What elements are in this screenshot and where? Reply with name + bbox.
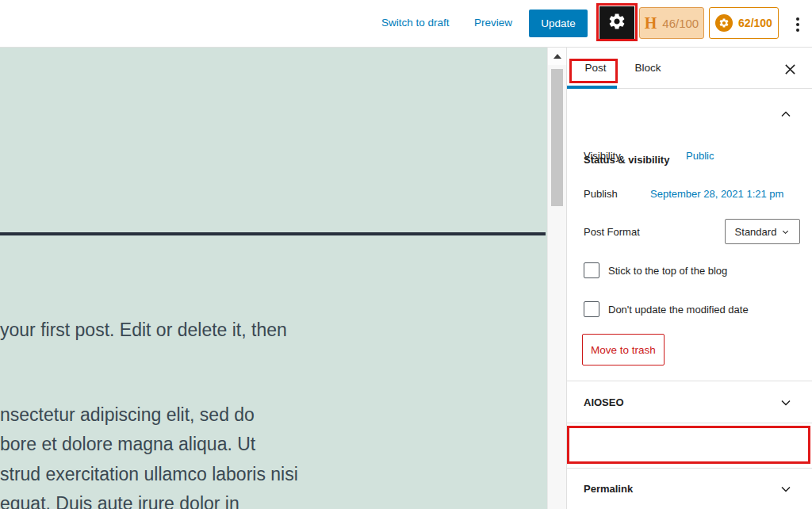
close-icon <box>784 63 796 75</box>
headline-analyzer-badge[interactable]: H 46/100 <box>639 7 704 39</box>
headline-h-icon: H <box>645 14 657 33</box>
editor-canvas[interactable]: your first post. Edit or delete it, then… <box>0 48 547 509</box>
chevron-down-icon <box>781 228 790 236</box>
wordpress-block-editor: Switch to draft Preview Update H 46/100 … <box>0 0 812 509</box>
scroll-up-icon <box>553 54 561 59</box>
active-tab-indicator <box>567 86 617 89</box>
aioseo-panel-title[interactable]: AIOSEO <box>584 396 624 408</box>
tab-post[interactable]: Post <box>573 48 618 89</box>
preview-link[interactable]: Preview <box>474 17 512 29</box>
publish-date-link[interactable]: September 28, 2021 1:21 pm <box>650 188 783 200</box>
sticky-checkbox[interactable] <box>584 262 599 278</box>
headline-score: 46/100 <box>662 17 699 30</box>
gear-icon <box>607 12 626 34</box>
header-divider-line <box>0 232 546 235</box>
more-options-button[interactable] <box>793 13 802 36</box>
chevron-down-icon[interactable] <box>778 395 794 411</box>
paragraph-line: bore et dolore magna aliqua. Ut <box>0 430 298 459</box>
editor-topbar: Switch to draft Preview Update H 46/100 … <box>0 0 812 48</box>
modified-date-checkbox[interactable] <box>584 301 599 317</box>
sidebar-tabs: Post Block <box>567 48 812 89</box>
chevron-up-icon[interactable] <box>778 106 794 122</box>
permalink-panel-title[interactable]: Permalink <box>584 483 633 495</box>
switch-to-draft-link[interactable]: Switch to draft <box>381 17 450 29</box>
modified-date-checkbox-label[interactable]: Don't update the modified date <box>608 304 749 316</box>
scrollbar-thumb[interactable] <box>551 69 563 206</box>
post-format-label: Post Format <box>584 226 640 238</box>
publish-label: Publish <box>584 188 618 200</box>
revisions-row[interactable]: 2 Revisions <box>567 423 812 468</box>
aioseo-score-badge[interactable]: 62/100 <box>709 7 779 39</box>
post-format-select[interactable]: Standard <box>725 219 800 244</box>
paragraph-line: nsectetur adipiscing elit, sed do <box>0 400 298 430</box>
panel-divider <box>567 468 812 469</box>
panel-divider <box>567 381 812 381</box>
paragraph-line: equat. Duis aute irure dolor in <box>0 489 298 509</box>
tab-block[interactable]: Block <box>624 48 672 89</box>
aioseo-score: 62/100 <box>738 17 772 29</box>
post-paragraph: nsectetur adipiscing elit, sed do bore e… <box>0 400 298 509</box>
settings-sidebar: Post Block Status & visibility Visibilit… <box>566 48 812 509</box>
aioseo-gear-icon <box>715 14 733 32</box>
sticky-checkbox-label[interactable]: Stick to the top of the blog <box>608 265 727 277</box>
scrollbar-up-button[interactable] <box>548 48 567 65</box>
visibility-value-link[interactable]: Public <box>686 150 714 162</box>
post-format-value: Standard <box>735 226 777 238</box>
chevron-down-icon[interactable] <box>778 481 794 497</box>
move-to-trash-button[interactable]: Move to trash <box>582 334 665 365</box>
paragraph-line: strud exercitation ullamco laboris nisi <box>0 460 298 489</box>
update-button[interactable]: Update <box>529 10 588 37</box>
post-intro-text: your first post. Edit or delete it, then <box>0 316 287 345</box>
canvas-scrollbar[interactable] <box>547 48 566 509</box>
visibility-label: Visibility <box>584 150 621 162</box>
close-sidebar-button[interactable] <box>779 59 800 79</box>
settings-button[interactable] <box>599 6 634 39</box>
